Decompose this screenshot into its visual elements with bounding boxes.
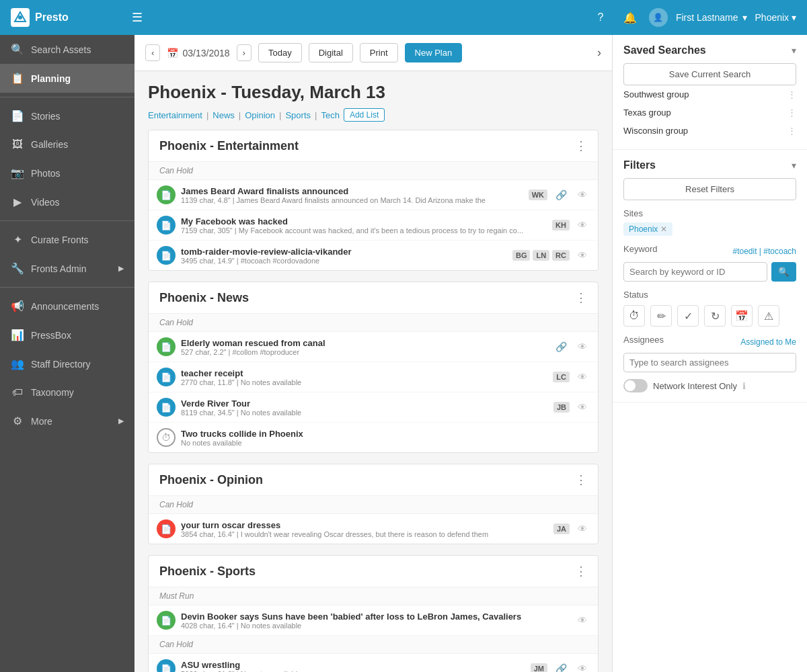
- keyword-search-row: 🔍: [623, 262, 796, 282]
- article-info: My Facebook was hacked 7159 char, 305" |…: [181, 216, 547, 235]
- network-interest-toggle[interactable]: [623, 379, 648, 392]
- hamburger-icon[interactable]: ☰: [132, 10, 143, 25]
- print-button[interactable]: Print: [360, 43, 398, 62]
- eye-icon[interactable]: 👁: [575, 370, 590, 384]
- filters-section: Filters ▾ Reset Filters Sites Phoenix ✕ …: [613, 150, 807, 403]
- article-title[interactable]: My Facebook was hacked: [181, 216, 547, 226]
- sidebar-item-stories[interactable]: 📄 Stories: [0, 101, 134, 130]
- article-title[interactable]: tomb-raider-movie-review-alicia-vikander: [181, 247, 507, 257]
- calendar-icon: 📅: [167, 48, 178, 58]
- eye-icon[interactable]: 👁: [575, 401, 590, 414]
- badge-row: JA: [553, 523, 570, 534]
- assigned-to-me-link[interactable]: Assigned to Me: [740, 337, 796, 347]
- saved-search-label[interactable]: Texas group: [623, 108, 671, 118]
- status-warning-icon[interactable]: ⚠: [758, 305, 779, 327]
- eye-icon[interactable]: 👁: [575, 522, 590, 536]
- tocoach-link[interactable]: #tocoach: [763, 247, 796, 256]
- toolbar-right-arrow[interactable]: ›: [597, 46, 601, 60]
- eye-icon[interactable]: 👁: [575, 218, 590, 232]
- sidebar-item-taxonomy[interactable]: 🏷 Taxonomy: [0, 378, 134, 407]
- sidebar-item-staff-directory[interactable]: 👥 Staff Directory: [0, 349, 134, 378]
- fronts-admin-icon: 🔧: [11, 262, 24, 275]
- article-title[interactable]: Elderly woman rescued from canal: [181, 338, 547, 348]
- section-opinion-menu[interactable]: ⋮: [575, 472, 587, 487]
- link-icon[interactable]: 🔗: [553, 188, 570, 202]
- toedit-link[interactable]: #toedit: [732, 247, 757, 256]
- status-edit-icon[interactable]: ✏: [650, 305, 672, 327]
- sidebar-item-galleries[interactable]: 🖼 Galleries: [0, 130, 134, 159]
- badge-row: JB: [553, 402, 570, 413]
- today-button[interactable]: Today: [258, 43, 302, 62]
- article-title[interactable]: James Beard Award finalists announced: [181, 186, 523, 196]
- section-sports-menu[interactable]: ⋮: [575, 564, 587, 579]
- article-icon: 📄: [157, 611, 176, 630]
- sidebar-item-curate-fronts[interactable]: ✦ Curate Fronts: [0, 225, 134, 254]
- badge-row: BG LN RC: [512, 250, 570, 261]
- eye-icon[interactable]: 👁: [575, 614, 590, 627]
- link-icon[interactable]: 🔗: [553, 340, 570, 353]
- saved-search-label[interactable]: Wisconsin group: [623, 126, 688, 136]
- save-current-search-button[interactable]: Save Current Search: [623, 63, 796, 85]
- nav-tech[interactable]: Tech: [321, 110, 339, 120]
- badge: LN: [533, 250, 549, 261]
- remove-site-tag[interactable]: ✕: [660, 224, 667, 234]
- nav-opinion[interactable]: Opinion: [245, 110, 275, 120]
- help-icon[interactable]: ?: [590, 7, 611, 28]
- link-icon[interactable]: 🔗: [553, 662, 570, 672]
- article-icon: 📄: [157, 246, 176, 265]
- eye-icon[interactable]: 👁: [575, 188, 590, 202]
- next-date-button[interactable]: ›: [237, 44, 252, 61]
- site-selector[interactable]: Phoenix ▾: [755, 12, 796, 23]
- digital-button[interactable]: Digital: [309, 43, 353, 62]
- add-list-button[interactable]: Add List: [344, 108, 385, 122]
- article-title[interactable]: Verde River Tour: [181, 398, 548, 409]
- filters-toggle[interactable]: ▾: [792, 160, 796, 171]
- new-plan-button[interactable]: New Plan: [405, 43, 463, 62]
- section-entertainment-menu[interactable]: ⋮: [575, 138, 587, 153]
- saved-searches-toggle[interactable]: ▾: [792, 45, 796, 56]
- reset-filters-button[interactable]: Reset Filters: [623, 178, 796, 200]
- keyword-search-button[interactable]: 🔍: [771, 262, 796, 282]
- article-title[interactable]: Two trucks collide in Phoenix: [181, 429, 590, 439]
- article-row: 📄 tomb-raider-movie-review-alicia-vikand…: [149, 241, 598, 270]
- prev-date-button[interactable]: ‹: [145, 44, 160, 61]
- sidebar-item-more[interactable]: ⚙ More ▶: [0, 407, 134, 435]
- saved-search-menu[interactable]: ⋮: [787, 108, 796, 118]
- info-icon[interactable]: ℹ: [742, 381, 746, 391]
- status-check-icon[interactable]: ✓: [677, 305, 699, 327]
- article-meta: 4028 char, 16.4" | No notes available: [181, 622, 570, 630]
- article-title[interactable]: ASU wrestling: [181, 660, 525, 670]
- article-meta: No notes available: [181, 439, 590, 447]
- section-news-menu[interactable]: ⋮: [575, 290, 587, 305]
- sidebar-item-pressbox[interactable]: 📊 PressBox: [0, 321, 134, 349]
- article-title[interactable]: Devin Booker says Suns have been 'babied…: [181, 612, 570, 622]
- article-title[interactable]: your turn oscar dresses: [181, 520, 548, 530]
- status-calendar-icon[interactable]: 📅: [731, 305, 753, 327]
- sidebar-item-planning[interactable]: 📋 Planning: [0, 64, 134, 93]
- status-clock-icon[interactable]: ⏱: [623, 305, 645, 327]
- notifications-icon[interactable]: 🔔: [619, 7, 641, 28]
- badge: JM: [531, 663, 547, 672]
- sidebar-item-photos[interactable]: 📷 Photos: [0, 159, 134, 187]
- saved-search-menu[interactable]: ⋮: [787, 126, 796, 136]
- eye-icon[interactable]: 👁: [575, 662, 590, 672]
- nav-entertainment[interactable]: Entertainment: [148, 110, 202, 120]
- user-name[interactable]: First Lastname ▾: [676, 12, 747, 23]
- status-refresh-icon[interactable]: ↻: [704, 305, 726, 327]
- sidebar-item-announcements[interactable]: 📢 Announcements: [0, 292, 134, 321]
- assignees-input[interactable]: [623, 353, 796, 372]
- eye-icon[interactable]: 👁: [575, 249, 590, 262]
- photos-icon: 📷: [11, 167, 24, 179]
- sidebar-item-videos[interactable]: ▶ Videos: [0, 187, 134, 216]
- keyword-search-input[interactable]: [623, 262, 767, 282]
- eye-icon[interactable]: 👁: [575, 340, 590, 353]
- article-title[interactable]: teacher receipt: [181, 368, 547, 378]
- nav-news[interactable]: News: [213, 110, 235, 120]
- saved-search-menu[interactable]: ⋮: [787, 89, 796, 99]
- nav-sports[interactable]: Sports: [285, 110, 311, 120]
- sidebar-item-fronts-admin[interactable]: 🔧 Fronts Admin ▶: [0, 254, 134, 283]
- badge: KH: [552, 220, 570, 230]
- saved-search-label[interactable]: Southwest group: [623, 89, 689, 99]
- sidebar-item-search-assets[interactable]: 🔍 Search Assets: [0, 35, 134, 64]
- app-logo[interactable]: Presto: [11, 8, 118, 27]
